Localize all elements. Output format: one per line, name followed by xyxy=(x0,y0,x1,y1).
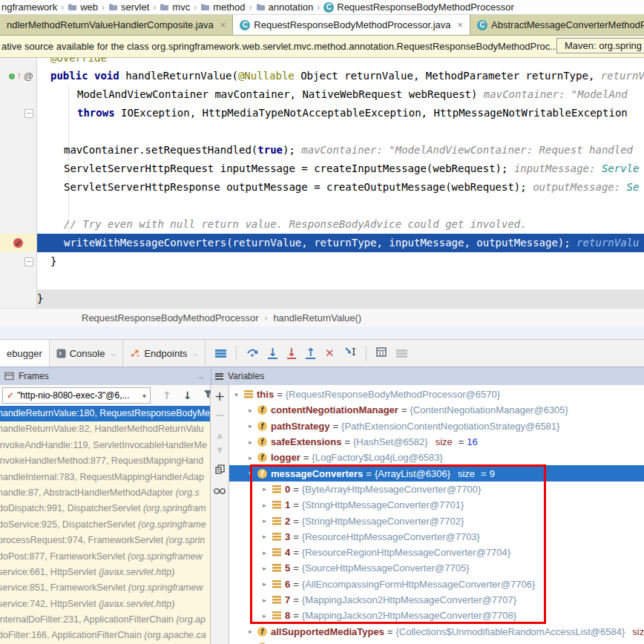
stack-frame-row[interactable]: doFilter:166, ApplicationFilterChain (or… xyxy=(0,628,210,643)
close-icon[interactable]: × xyxy=(458,19,464,30)
code-text[interactable]: // Try even with null return value. Resp… xyxy=(37,215,644,234)
gutter[interactable]: ↑@ xyxy=(0,67,37,85)
code-text[interactable]: } xyxy=(37,252,644,271)
debugger-tab-console[interactable]: Console→ xyxy=(50,340,124,367)
gutter[interactable] xyxy=(0,85,37,104)
stack-frame-row[interactable]: service:661, HttpServlet (javax.servlet.… xyxy=(0,565,210,580)
frames-header[interactable]: Frames → xyxy=(0,371,211,381)
code-text[interactable]: mavContainer.setRequestHandled(true); ma… xyxy=(37,141,644,160)
fold-icon[interactable]: – xyxy=(24,109,33,118)
close-icon[interactable]: × xyxy=(220,19,226,30)
variable-row[interactable]: ▸5={SourceHttpMessageConverter@7705} xyxy=(229,560,644,576)
chevron-right-icon[interactable]: ▸ xyxy=(259,517,270,525)
code-text[interactable]: throws IOException, HttpMediaTypeNotAcce… xyxy=(37,104,644,122)
debugger-tab-ebugger[interactable]: ebugger xyxy=(0,340,50,367)
chevron-right-icon[interactable]: ▸ xyxy=(259,597,270,604)
duplicate-icon[interactable] xyxy=(215,464,225,476)
gutter[interactable]: ✓ xyxy=(0,234,37,252)
chevron-right-icon[interactable]: ▸ xyxy=(259,485,270,493)
breadcrumb-item[interactable]: CRequestResponseBodyMethodProcessor xyxy=(323,1,513,13)
gutter[interactable] xyxy=(0,197,37,215)
variable-row[interactable]: ▸0={ByteArrayHttpMessageConverter@7700} xyxy=(229,482,644,497)
stack-frame-row[interactable]: internalDoFilter:231, ApplicationFilterC… xyxy=(0,612,210,628)
code-text[interactable]: ServletServerHttpResponse outputMessage … xyxy=(37,178,644,197)
chevron-down-icon[interactable]: ▾ xyxy=(245,470,256,477)
force-step-into-icon[interactable]: ↓ xyxy=(287,347,297,359)
step-over-icon[interactable] xyxy=(246,346,258,360)
chevron-right-icon[interactable]: ▸ xyxy=(259,580,270,588)
run-marker-icon[interactable] xyxy=(9,73,15,79)
frame-up-icon[interactable]: ↑ xyxy=(162,390,171,401)
breadcrumb-item[interactable]: annotation xyxy=(256,1,314,13)
thread-selector[interactable]: ✓ "http-nio-8080-exec-3"@6,... ▾ xyxy=(2,387,151,404)
editor-tab[interactable]: ndlerMethodReturnValueHandlerComposite.j… xyxy=(0,15,233,35)
gutter[interactable] xyxy=(0,122,37,141)
debugger-tab-endpoints[interactable]: Endpoints→ xyxy=(123,340,206,367)
code-text[interactable]: writeWithMessageConverters(returnValue, … xyxy=(37,234,644,252)
chevron-right-icon[interactable]: ▸ xyxy=(259,565,270,572)
variable-row[interactable]: ▾this={RequestResponseBodyMethodProcesso… xyxy=(229,387,644,402)
stack-frame-row[interactable]: service:851, FrameworkServlet (org.sprin… xyxy=(0,580,210,596)
chevron-right-icon[interactable]: ▸ xyxy=(259,549,270,556)
code-text[interactable] xyxy=(37,271,644,289)
editor-tab[interactable]: CRequestResponseBodyMethodProcessor.java… xyxy=(233,15,470,35)
breakpoint-icon[interactable]: ✓ xyxy=(13,238,23,248)
code-text[interactable] xyxy=(37,122,644,141)
chevron-right-icon[interactable]: ▸ xyxy=(245,407,256,414)
gutter[interactable] xyxy=(0,58,37,67)
stack-frame-row[interactable]: handleReturnValue:180, RequestResponseBo… xyxy=(0,406,210,421)
variable-row[interactable]: ▸4={ResourceRegionHttpMessageConverter@7… xyxy=(229,545,644,560)
breadcrumb-item[interactable]: web xyxy=(68,1,98,13)
stack-frame-row[interactable]: invokeAndHandle:119, ServletInvocableHan… xyxy=(0,438,210,453)
chevron-right-icon[interactable]: ▸ xyxy=(245,454,256,461)
variables-header[interactable]: Variables xyxy=(211,371,264,381)
fold-icon[interactable]: – xyxy=(24,257,33,266)
stack-frame-row[interactable]: handle:87, AbstractHandlerMethodAdapter … xyxy=(0,485,210,501)
variable-row[interactable]: ▸7={MappingJackson2HttpMessageConverter@… xyxy=(229,592,644,608)
variable-row[interactable]: ▸1={StringHttpMessageConverter@7701} xyxy=(229,497,644,513)
variable-row[interactable]: ▸fpathStrategy={PathExtensionContentNego… xyxy=(229,418,644,434)
stack-frame-row[interactable]: doService:925, DispatcherServlet (org.sp… xyxy=(0,517,210,533)
chevron-right-icon[interactable]: ▸ xyxy=(259,612,270,620)
gutter[interactable] xyxy=(0,271,37,289)
gutter[interactable] xyxy=(0,160,37,178)
gutter[interactable] xyxy=(0,141,37,160)
drop-frame-icon[interactable]: ✕ xyxy=(325,348,335,358)
override-arrow-icon[interactable]: ↑ xyxy=(17,67,22,85)
code-editor[interactable]: @Override ↑@public void handleReturnValu… xyxy=(0,58,644,308)
variable-row[interactable]: ▸2={StringHttpMessageConverter@7702} xyxy=(229,513,644,528)
chevron-right-icon[interactable]: ▸ xyxy=(259,533,270,540)
chevron-right-icon[interactable]: ▸ xyxy=(245,628,256,635)
menu-icon[interactable] xyxy=(215,349,226,358)
variable-row[interactable]: ▸6={AllEncompassingFormHttpMessageConver… xyxy=(229,576,644,592)
stack-frame-row[interactable]: processRequest:974, FrameworkServlet (or… xyxy=(0,533,210,548)
breadcrumb-method[interactable]: handleReturnValue() xyxy=(273,312,361,323)
frame-down-icon[interactable]: ↓ xyxy=(183,390,192,401)
stack-frame-row[interactable]: service:742, HttpServlet (javax.servlet.… xyxy=(0,597,210,612)
stack-frame-row[interactable]: doDispatch:991, DispatcherServlet (org.s… xyxy=(0,501,210,516)
breadcrumb-item[interactable]: method xyxy=(200,1,245,13)
layout-icon[interactable] xyxy=(396,349,407,358)
stack-frame-row[interactable]: handleReturnValue:82, HandlerMethodRetur… xyxy=(0,421,210,437)
stack-frame-row[interactable]: doPost:877, FrameworkServlet (org.spring… xyxy=(0,549,210,565)
variable-row[interactable]: ▸flogger={LogFactory$Log4jLog@6583} xyxy=(229,450,644,465)
editor-tab[interactable]: CAbstractMessageConverterMethodProc xyxy=(470,15,644,35)
code-text[interactable]: } xyxy=(37,289,644,308)
code-text[interactable]: public void handleReturnValue(@Nullable … xyxy=(37,67,644,85)
code-text[interactable]: ServletServerHttpRequest inputMessage = … xyxy=(37,160,644,178)
step-out-icon[interactable]: ↑ xyxy=(306,347,315,359)
variable-row[interactable]: ▸3={ResourceHttpMessageConverter@7703} xyxy=(229,529,644,545)
chevron-down-icon[interactable]: ▾ xyxy=(231,391,242,398)
run-to-cursor-icon[interactable] xyxy=(344,346,356,360)
gutter[interactable]: – xyxy=(0,104,37,122)
pin-icon[interactable]: → xyxy=(197,372,205,381)
stack-frame-row[interactable]: handleInternal:783, RequestMappingHandle… xyxy=(0,470,210,485)
remove-icon[interactable]: − xyxy=(214,409,225,421)
breadcrumb-item[interactable]: mvc xyxy=(160,1,190,13)
breadcrumb-item[interactable]: ngframework xyxy=(1,1,57,13)
step-into-icon[interactable]: ↓ xyxy=(268,347,277,359)
evaluate-icon[interactable] xyxy=(376,346,387,360)
code-text[interactable] xyxy=(37,197,644,215)
show-watches-icon[interactable] xyxy=(214,485,226,497)
gutter[interactable] xyxy=(0,215,37,234)
